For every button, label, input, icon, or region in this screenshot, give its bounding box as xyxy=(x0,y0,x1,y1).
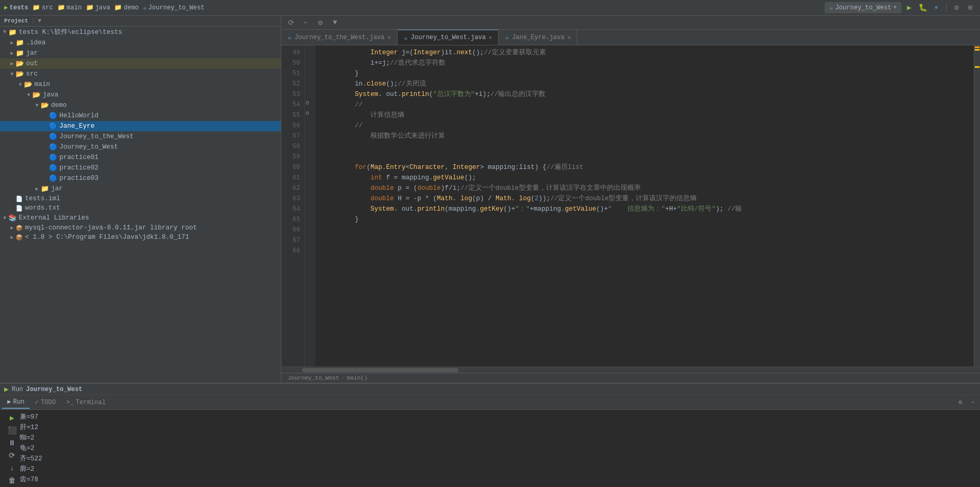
terminal-tab-icon: >_ xyxy=(66,399,73,406)
file-tree[interactable]: ▼ 📁 tests K:\软件\eclipse\tests ▶ 📁 .idea … xyxy=(0,27,281,383)
editor-tabs: ☕ Journey_to_the_West.java ✕ ☕ Journey_t… xyxy=(281,30,980,45)
active-class-badge: ☕ Journey_to_West xyxy=(143,4,204,11)
tree-item-tests-iml[interactable]: ▶ 📄 tests.iml xyxy=(0,194,281,203)
pause-btn[interactable]: ⏸ xyxy=(8,438,16,448)
tab-icon-jw: ☕ xyxy=(404,34,407,42)
scroll-marker-3 xyxy=(975,66,979,68)
file-icon-words: 📄 xyxy=(16,205,23,212)
tree-label-p01: practice01 xyxy=(59,154,279,161)
tree-item-jar1[interactable]: ▶ 📁 jar xyxy=(0,48,281,58)
output-line-7: 齿=78 xyxy=(20,474,976,485)
coverage-button[interactable]: ⚡ xyxy=(931,2,942,14)
tree-label-words: words.txt xyxy=(25,204,279,212)
bottom-tab-run[interactable]: ▶ Run xyxy=(2,396,30,409)
tab-close-jw[interactable]: ✕ xyxy=(489,34,492,41)
tree-item-src[interactable]: ▼ 📂 src xyxy=(0,69,281,79)
code-line-57 xyxy=(324,152,974,162)
nav-back-btn[interactable]: ← xyxy=(300,17,312,28)
tree-label-jar1: jar xyxy=(26,50,279,57)
tree-item-journey-west[interactable]: ▶ 🔵 Journey_to_the_West xyxy=(0,131,281,142)
scroll-down-btn[interactable]: ↓ xyxy=(10,463,14,473)
code-line-67 xyxy=(324,256,974,266)
bc-demo: demo xyxy=(123,4,139,11)
expand-arrow-jar1: ▶ xyxy=(8,50,16,56)
expand-arrow-demo: ▼ xyxy=(33,103,41,108)
tree-label-jane: Jane_Eyre xyxy=(59,123,279,130)
scroll-thumb xyxy=(302,368,458,372)
filter-btn[interactable]: ▼ xyxy=(329,17,341,28)
scroll-marker-2 xyxy=(975,49,979,51)
expand-arrow-mysql: ▶ xyxy=(8,225,16,231)
bottom-tab-todo[interactable]: ✓ TODO xyxy=(30,396,61,408)
editor-breadcrumb: Journey_to_West › main() xyxy=(281,373,980,383)
project-badge: ▶ tests xyxy=(4,4,28,11)
tree-item-idea[interactable]: ▶ 📁 .idea xyxy=(0,38,281,48)
code-line-50: i+=j;//迭代求总字符数 xyxy=(324,58,974,68)
tree-item-jdk[interactable]: ▶ 📦 < 1.8 > C:\Program Files\Java\jdk1.8… xyxy=(0,233,281,242)
tab-jane-eyre[interactable]: ☕ Jane_Eyre.java ✕ xyxy=(499,30,577,45)
tree-item-practice02[interactable]: ▶ 🔵 practice02 xyxy=(0,163,281,173)
expand-arrow-main: ▼ xyxy=(17,82,24,88)
bottom-tab-terminal[interactable]: >_ Terminal xyxy=(61,397,111,408)
todo-tab-icon: ✓ xyxy=(35,398,39,406)
reload-btn[interactable]: ⟳ xyxy=(9,451,15,461)
fold-icon-55: ⊟ xyxy=(306,110,309,116)
tree-item-out[interactable]: ▶ 📂 out xyxy=(0,58,281,69)
tree-item-tests[interactable]: ▼ 📁 tests K:\软件\eclipse\tests xyxy=(0,27,281,38)
code-content[interactable]: Integer j=(Integer)it.next();//定义变量获取元素 … xyxy=(315,45,974,367)
run-header: ▶ Run Journey_to_West xyxy=(0,384,980,395)
tree-item-mysql[interactable]: ▶ 📦 mysql-connector-java-8.0.11.jar libr… xyxy=(0,223,281,233)
tab-journey-the-west[interactable]: ☕ Journey_to_the_West.java ✕ xyxy=(281,30,398,45)
tree-label-src: src xyxy=(26,70,279,78)
sync-btn[interactable]: ⟳ xyxy=(286,17,297,28)
maximize-button[interactable]: ⊞ xyxy=(964,2,976,14)
code-line-65 xyxy=(324,235,974,246)
output-line-1: 兼=97 xyxy=(20,412,976,422)
tree-item-words-txt[interactable]: ▶ 📄 words.txt xyxy=(0,203,281,213)
tab-close-jtw[interactable]: ✕ xyxy=(388,34,391,41)
run-button[interactable]: ▶ xyxy=(903,2,915,14)
console-left-controls: ▶ ⬛ ⏸ ⟳ ↓ 🗑 xyxy=(4,412,20,485)
tree-item-journey-w[interactable]: ▶ 🔵 Journey_to_West xyxy=(0,142,281,152)
run-config-dropdown[interactable]: ☕ Journey_to_West ▼ xyxy=(825,2,901,13)
output-line-5: 齐=522 xyxy=(20,454,976,464)
tree-item-java[interactable]: ▼ 📂 java xyxy=(0,90,281,100)
code-line-64 xyxy=(324,225,974,235)
clear-btn[interactable]: 🗑 xyxy=(8,476,16,486)
code-line-49: Integer j=(Integer)it.next();//定义变量获取元素 xyxy=(324,47,974,58)
tree-item-jane-eyre[interactable]: ▶ 🔵 Jane_Eyre xyxy=(0,121,281,131)
editor-toolbar: ⟳ ← ⚙ ▼ xyxy=(281,16,980,30)
run-controls: ☕ Journey_to_West ▼ ▶ 🐛 ⚡ ⚙ ⊞ xyxy=(825,2,976,14)
terminal-tab-label: Terminal xyxy=(76,399,106,406)
right-scrollbar[interactable] xyxy=(974,45,980,367)
tree-item-jar-demo[interactable]: ▶ 📁 jar xyxy=(0,184,281,194)
tree-item-helloworld[interactable]: ▶ 🔵 HelloWorld xyxy=(0,111,281,121)
tree-item-practice03[interactable]: ▶ 🔵 practice03 xyxy=(0,173,281,184)
tab-close-jane[interactable]: ✕ xyxy=(567,34,570,41)
panel-minimize-btn[interactable]: − xyxy=(967,397,978,408)
play-btn[interactable]: ▶ xyxy=(10,413,14,423)
bc-main: main xyxy=(67,4,82,11)
breadcrumb-method: main() xyxy=(347,375,368,381)
jar-icon-mysql: 📦 xyxy=(16,225,23,232)
tree-item-main[interactable]: ▼ 📂 main xyxy=(0,79,281,90)
file-icon-iml: 📄 xyxy=(16,196,23,202)
settings-btn2[interactable]: ⚙ xyxy=(315,17,326,28)
tree-item-demo[interactable]: ▼ 📂 demo xyxy=(0,100,281,111)
breadcrumb-tests: tests xyxy=(9,4,28,11)
stop-btn[interactable]: ⬛ xyxy=(8,425,17,436)
debug-button[interactable]: 🐛 xyxy=(917,2,928,14)
gutter: ⊟ ⊟ xyxy=(305,45,315,367)
tree-label-jar-demo: jar xyxy=(51,185,279,192)
breadcrumb-src: 📁 src xyxy=(32,4,53,11)
horizontal-scrollbar[interactable] xyxy=(281,367,980,373)
tree-item-ext-libs[interactable]: ▼ 📚 External Libraries xyxy=(0,213,281,223)
tree-item-practice01[interactable]: ▶ 🔵 practice01 xyxy=(0,152,281,163)
tab-journey-west[interactable]: ☕ Journey_to_West.java ✕ xyxy=(398,30,499,45)
breadcrumb-demo: 📁 demo xyxy=(114,4,139,11)
code-editor[interactable]: 4950515253 5455565758 5960616263 6465666… xyxy=(281,45,980,367)
code-line-56 xyxy=(324,141,974,152)
output-line-4: 龟=2 xyxy=(20,443,976,454)
panel-settings-btn[interactable]: ⚙ xyxy=(955,397,965,408)
settings-button[interactable]: ⚙ xyxy=(951,2,962,14)
